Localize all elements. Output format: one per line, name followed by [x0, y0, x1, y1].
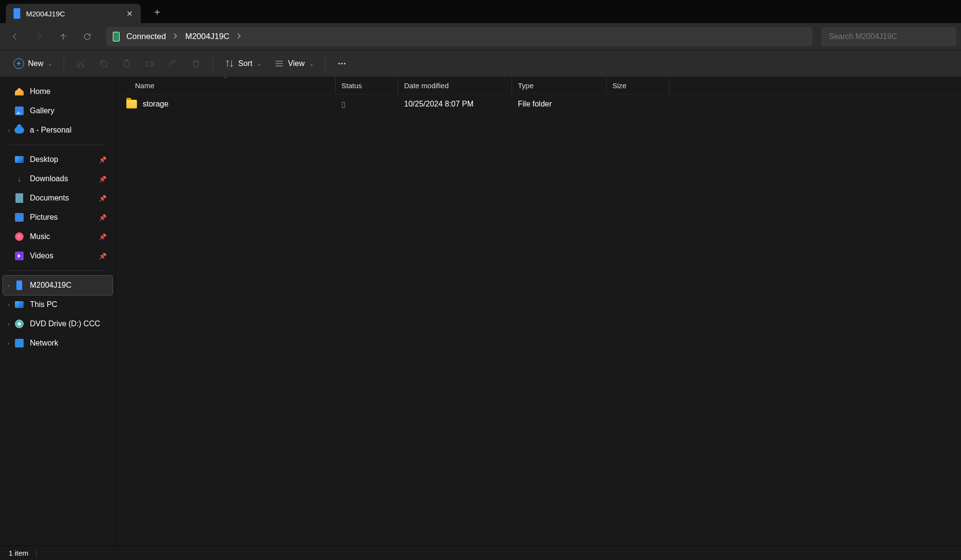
column-headers: ˄ Name Status Date modified Type Size: [116, 77, 961, 94]
music-icon: [14, 232, 24, 241]
tab[interactable]: M2004J19C ✕: [6, 4, 141, 23]
cell-status: ▯: [336, 100, 398, 109]
toolbar-divider: [64, 57, 64, 70]
chevron-right-icon[interactable]: ›: [5, 302, 13, 307]
phone-icon: [14, 8, 20, 19]
svg-point-1: [82, 65, 84, 67]
chevron-right-icon[interactable]: [173, 32, 178, 41]
column-header-size[interactable]: Size: [607, 77, 669, 94]
paste-button[interactable]: [116, 54, 137, 73]
gallery-icon: [14, 106, 24, 116]
device-icon: [113, 32, 120, 41]
home-icon: [14, 87, 24, 96]
network-icon: [14, 338, 24, 348]
sidebar-item-thispc[interactable]: › This PC: [3, 295, 112, 314]
address-bar[interactable]: Connected M2004J19C: [106, 27, 812, 46]
cell-type: File folder: [512, 100, 607, 108]
sidebar: Home Gallery › a - Personal Desktop 📌 ↓ …: [0, 77, 116, 546]
download-icon: ↓: [14, 174, 24, 184]
pin-icon: 📌: [99, 214, 107, 221]
view-label: View: [288, 59, 304, 68]
svg-point-7: [341, 63, 343, 65]
breadcrumb-segment[interactable]: Connected: [126, 32, 178, 41]
nav-bar: Connected M2004J19C: [0, 23, 961, 50]
sidebar-item-videos[interactable]: Videos 📌: [3, 246, 112, 266]
sidebar-item-onedrive[interactable]: › a - Personal: [3, 120, 112, 140]
file-rows: storage ▯ 10/25/2024 8:07 PM File folder: [116, 94, 961, 546]
pin-icon: 📌: [99, 253, 107, 260]
chevron-down-icon: ⌄: [310, 61, 313, 67]
pin-icon: 📌: [99, 233, 107, 240]
sidebar-item-desktop[interactable]: Desktop 📌: [3, 150, 112, 169]
view-icon: [274, 59, 284, 68]
sidebar-item-pictures[interactable]: Pictures 📌: [3, 208, 112, 227]
sidebar-item-home[interactable]: Home: [3, 82, 112, 101]
dvd-icon: [14, 319, 24, 329]
file-row[interactable]: storage ▯ 10/25/2024 8:07 PM File folder: [116, 94, 961, 114]
sidebar-item-downloads[interactable]: ↓ Downloads 📌: [3, 169, 112, 188]
share-button[interactable]: [162, 54, 184, 73]
toolbar-divider: [213, 57, 213, 70]
cut-button[interactable]: [70, 54, 91, 73]
chevron-down-icon: ⌄: [48, 61, 52, 67]
view-button[interactable]: View ⌄: [269, 54, 319, 73]
sidebar-item-device[interactable]: › M2004J19C: [3, 276, 112, 295]
svg-point-6: [338, 63, 340, 65]
pc-icon: [14, 300, 24, 309]
new-tab-button[interactable]: ＋: [148, 2, 167, 21]
file-list: ˄ Name Status Date modified Type Size st…: [116, 77, 961, 546]
breadcrumb-label: Connected: [126, 32, 166, 41]
status-divider: [36, 549, 37, 557]
chevron-right-icon[interactable]: ›: [5, 321, 13, 327]
svg-point-8: [344, 63, 345, 65]
tab-bar: M2004J19C ✕ ＋: [0, 0, 961, 23]
sort-button[interactable]: Sort ⌄: [219, 54, 267, 73]
cell-name: storage: [116, 100, 336, 108]
search-input[interactable]: [829, 32, 948, 41]
status-bar: 1 item: [0, 546, 961, 560]
plus-circle-icon: +: [14, 58, 24, 69]
close-tab-button[interactable]: ✕: [125, 9, 133, 18]
chevron-right-icon[interactable]: [236, 32, 242, 41]
sort-icon: [225, 59, 234, 68]
sort-asc-icon: ˄: [224, 77, 227, 82]
sidebar-item-documents[interactable]: Documents 📌: [3, 188, 112, 208]
column-header-date[interactable]: Date modified: [398, 77, 512, 94]
pin-icon: 📌: [99, 195, 107, 202]
chevron-down-icon: ⌄: [257, 61, 261, 67]
sidebar-item-music[interactable]: Music 📌: [3, 227, 112, 246]
toolbar-divider: [325, 57, 325, 70]
sidebar-divider: [10, 145, 106, 145]
back-button[interactable]: [5, 27, 25, 47]
pictures-icon: [14, 213, 24, 222]
copy-button[interactable]: [93, 54, 114, 73]
item-count: 1 item: [9, 549, 28, 557]
desktop-icon: [14, 155, 24, 164]
column-header-name[interactable]: ˄ Name: [116, 77, 336, 94]
folder-icon: [126, 100, 137, 108]
new-button[interactable]: + New ⌄: [8, 54, 58, 73]
sort-label: Sort: [238, 59, 252, 68]
column-header-status[interactable]: Status: [336, 77, 398, 94]
rename-button[interactable]: [139, 54, 161, 73]
sidebar-item-network[interactable]: › Network: [3, 333, 112, 353]
column-header-type[interactable]: Type: [512, 77, 607, 94]
svg-rect-2: [102, 62, 107, 67]
tab-title: M2004J19C: [26, 10, 65, 18]
videos-icon: [14, 251, 24, 261]
chevron-right-icon[interactable]: ›: [5, 340, 13, 346]
svg-rect-5: [147, 62, 152, 66]
sidebar-divider: [10, 270, 106, 271]
toolbar: + New ⌄ Sort ⌄ View ⌄: [0, 50, 961, 77]
refresh-button[interactable]: [77, 27, 97, 47]
more-button[interactable]: [331, 54, 352, 73]
sidebar-item-gallery[interactable]: Gallery: [3, 101, 112, 120]
forward-button[interactable]: [29, 27, 49, 47]
chevron-right-icon[interactable]: ›: [5, 127, 13, 133]
sidebar-item-dvd[interactable]: › DVD Drive (D:) CCC: [3, 314, 112, 333]
up-button[interactable]: [53, 27, 73, 47]
breadcrumb-segment[interactable]: M2004J19C: [185, 32, 242, 41]
search-bar[interactable]: [821, 27, 956, 46]
delete-button[interactable]: [186, 54, 207, 73]
chevron-right-icon[interactable]: ›: [5, 282, 13, 288]
